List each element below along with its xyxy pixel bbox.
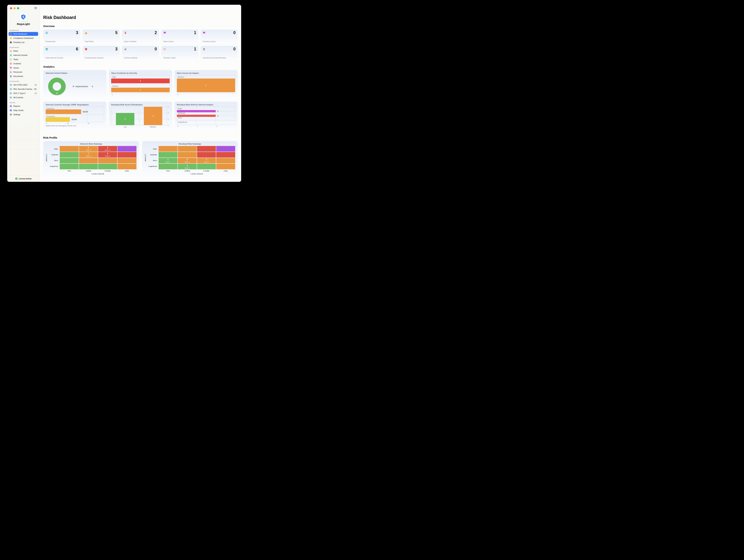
cell-moderate-rare[interactable] [159,152,178,157]
sidebar-item-issues[interactable]: Issues [9,66,38,70]
sidebar-item-internal-controls[interactable]: Internal Controls [9,53,38,57]
sidebar-toggle-icon[interactable] [34,7,37,9]
chart-title: Open Incidents by Severity [111,72,170,74]
cell-insignificant-possible[interactable] [98,164,117,169]
cell-moderate-likely[interactable] [117,152,137,157]
cell-moderate-rare[interactable] [60,152,79,157]
cell-minor-rare[interactable]: 1Score: 2 [159,158,178,163]
cell-minor-unlikely[interactable] [79,158,98,163]
stat-label: Frameworks [45,40,55,42]
sidebar-item-rgl-security-framework[interactable]: RGL Security Framework95 [9,87,38,91]
category-minor: Minor [177,116,235,120]
axis-tick-label: 2 [168,112,169,114]
cell-major-unlikely[interactable]: 2Score: 8 [79,146,98,152]
icon-tile [9,71,12,73]
list-icon [10,97,12,98]
cell-insignificant-unlikely[interactable]: 1Score: 2 [178,164,197,169]
cell-insignificant-unlikely[interactable] [79,164,98,169]
sidebar-item-label: Reports [13,105,20,107]
bar-preventive [46,117,70,122]
cell-major-rare[interactable] [159,146,178,152]
sidebar-item-risks[interactable]: Risks [9,49,38,53]
sidebar-item-tasks[interactable]: Tasks [9,58,38,61]
sidebar-item-label: Settings [13,113,21,116]
stat-card-critical-incidents: 0Critical Incidents [122,46,159,61]
section-heading-analytics: Analytics [43,65,238,68]
sidebar-item-reports[interactable]: Reports [9,104,38,108]
bar-value-label: 23,5% [72,118,77,120]
row-label-moderate: Moderate [147,152,159,157]
icon-tile [9,105,12,108]
column-label-unlikely: Unlikely [79,170,98,172]
cell-insignificant-possible[interactable] [197,164,216,169]
cell-count: 1 [168,158,169,161]
section-heading-risk-profile: Risk Profile [43,136,238,139]
warning-triangle-icon [85,31,87,34]
sidebar-item-risk-dashboard[interactable]: Risk Dashboard [9,32,38,36]
stat-label: Total Risks [85,40,94,42]
cell-score: Score: 8 [86,149,91,151]
bar-medium: 1 [177,78,235,92]
sidebar-item-help-center[interactable]: ?Help Center [9,108,38,112]
cell-major-likely[interactable] [117,146,137,152]
cell-major-unlikely[interactable] [178,146,197,152]
stat-card-compromised-controls: 3Compromised Controls [82,46,120,61]
cell-moderate-unlikely[interactable] [178,152,197,157]
license-status-label: License Active [18,178,31,180]
stat-label: Open Incidents [124,40,137,42]
cell-moderate-possible[interactable] [197,152,216,157]
cell-minor-likely[interactable] [117,158,137,163]
cell-moderate-unlikely[interactable]: 1Score: 6 [79,152,98,157]
cell-major-likely[interactable] [216,146,235,152]
category-medium: Medium1 [177,75,235,93]
cell-minor-possible[interactable] [98,158,117,163]
axis-tick-label: 1 [197,125,197,127]
sidebar-item-compliance-dashboard[interactable]: Compliance Dashboard [9,36,38,40]
cell-minor-possible[interactable]: 1Score: 6 [197,158,216,163]
minimize-button[interactable] [13,7,15,9]
sidebar-item-incidents[interactable]: Incidents [9,62,38,66]
cell-minor-rare[interactable] [60,158,79,163]
cell-major-possible[interactable]: 1Score: 12 [98,146,117,152]
bar-medium: 3 [144,107,162,125]
cell-insignificant-rare[interactable] [60,164,79,169]
cell-moderate-likely[interactable] [216,152,235,157]
cell-score: Score: 6 [204,161,209,163]
sidebar-item-settings[interactable]: Settings [9,113,38,116]
sidebar-item-all-controls[interactable]: All Controls [9,96,38,100]
app-name: ReguLight [7,23,39,26]
bar-value-label: 2 [125,118,126,120]
cell-minor-unlikely[interactable]: 2Score: 4 [178,158,197,163]
zoom-button[interactable] [17,7,19,9]
cell-major-possible[interactable] [197,146,216,152]
cell-moderate-possible[interactable]: 1Score: 9 [98,152,117,157]
cell-minor-likely[interactable] [216,158,235,163]
cell-insignificant-likely[interactable] [117,164,137,169]
cell-insignificant-rare[interactable] [159,164,178,169]
stat-card-total-risks: 5Total Risks [82,30,120,44]
plot-area: Detective34,3%Preventive23,5% [46,107,104,122]
sidebar-item-label: Compliance Dashboard [13,37,34,39]
cell-count: 2 [187,158,188,161]
cell-major-rare[interactable] [60,146,79,152]
cell-insignificant-likely[interactable] [216,164,235,169]
sidebar-item-iso-27001-2022[interactable]: ISO 27001:20222 [9,83,38,87]
cell-count: 1 [107,152,108,155]
sidebar-item-personnel[interactable]: Personnel [9,70,38,74]
close-button[interactable] [10,7,12,9]
chart-title: Residual Risk Drift by Inherent Impact [177,104,235,106]
sidebar-item-priorities-list[interactable]: Priorities List [9,40,38,44]
bank-icon [10,92,12,94]
stat-card-total-internal-controls: 6Total Internal Controls [43,46,80,61]
warning-triangle-icon [10,50,12,52]
column-label-likely: Likely [216,170,235,172]
sidebar-section-label-dashboards: Dashboards [9,29,37,31]
chart-internal-controls-average-crrf-degradation: Internal Controls Average CRRF Degradati… [43,102,106,132]
donut-ring: 6 [48,78,66,95]
likelihood-axis-label: LIKELIHOOD [60,172,137,175]
axis-tick-label: 1 [168,118,169,120]
sidebar-item-soc-2-type-ii[interactable]: SOC 2 Type II1 [9,91,38,95]
sidebar-item-documents[interactable]: Documents [9,74,38,78]
icon-tile [9,58,12,61]
stat-card-open-incidents: 2Open Incidents [122,30,159,44]
